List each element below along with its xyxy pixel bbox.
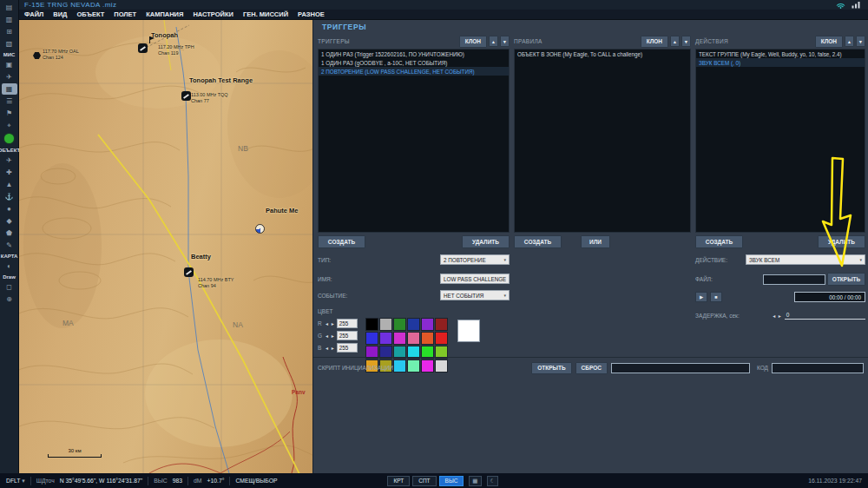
menu-item-4[interactable]: ПОЛЕТ xyxy=(114,10,136,18)
menu-item-1[interactable]: ФАЙЛ xyxy=(24,10,43,18)
rgb-value-field[interactable]: 255 xyxy=(337,343,358,353)
rgb-stepper[interactable]: ◂ ▸ xyxy=(326,320,335,326)
trigger-name-input[interactable] xyxy=(440,274,510,284)
open-script-button[interactable]: ОТКРЫТЬ xyxy=(531,362,571,374)
target-icon[interactable]: ⌖ xyxy=(2,120,17,131)
palette-swatch[interactable] xyxy=(407,318,420,331)
palette-swatch[interactable] xyxy=(393,332,406,345)
rgb-stepper[interactable]: ◂ ▸ xyxy=(326,333,335,339)
triggers-tool-icon[interactable]: ▦ xyxy=(2,83,17,95)
snap-mode-label[interactable]: СМЕЩ/ВЫБОР xyxy=(235,478,277,484)
trigger-event-select[interactable]: НЕТ СОБЫТИЯ ▾ xyxy=(440,290,510,300)
sound-file-input[interactable] xyxy=(763,274,825,285)
list-item[interactable]: 1 ОДИН РАЗ (Trigger 1522602161, ПО УНИЧТ… xyxy=(319,49,509,58)
list-item[interactable]: ОБЪЕКТ В ЗОНЕ (My Eagle, To CALL a chall… xyxy=(515,49,690,58)
new-trigger-button[interactable]: СОЗДАТЬ xyxy=(318,235,365,248)
menu-item-3[interactable]: ОБЪЕКТ xyxy=(76,10,104,18)
menu-item-2[interactable]: ВИД xyxy=(53,10,67,18)
rule-move-up-button[interactable]: ▴ xyxy=(670,36,680,47)
actions-list[interactable]: ТЕКСТ ГРУППЕ (My Eagle, Well, Buddy, yo,… xyxy=(695,49,865,233)
delay-stepper[interactable]: ◂ ▸ xyxy=(773,313,782,319)
rgb-value-field[interactable]: 255 xyxy=(337,331,358,340)
night-mode-icon[interactable]: ☾ xyxy=(487,476,499,486)
palette-swatch[interactable] xyxy=(421,332,434,345)
draw-tool-icon[interactable]: ✎ xyxy=(2,240,17,251)
palette-swatch[interactable] xyxy=(379,332,392,345)
map-canvas[interactable]: TonopahTonopah Test RangePahute MeBeatty… xyxy=(19,20,312,473)
reset-script-button[interactable]: СБРОС xyxy=(575,362,608,374)
rule-move-down-button[interactable]: ▾ xyxy=(681,36,691,47)
menu-item-8[interactable]: РАЗНОЕ xyxy=(298,10,325,18)
palette-swatch[interactable] xyxy=(421,318,434,331)
clone-rule-button[interactable]: КЛОН xyxy=(641,36,668,48)
delete-action-button[interactable]: УДАЛИТЬ xyxy=(818,235,865,248)
palette-swatch[interactable] xyxy=(365,318,378,331)
shape-tool-icon[interactable]: ◻ xyxy=(2,281,17,293)
layer-button-ВЫС[interactable]: ВЫС xyxy=(439,476,464,486)
trigger-move-down-button[interactable]: ▾ xyxy=(500,36,510,47)
action-move-up-button[interactable]: ▴ xyxy=(845,36,854,47)
delay-value-field[interactable]: 0 xyxy=(785,312,865,320)
rules-column: ПРАВИЛА КЛОН ▴ ▾ ОБЪЕКТ В ЗОНЕ (My Eagle… xyxy=(514,36,691,248)
menu-item-5[interactable]: КАМПАНИЯ xyxy=(146,10,183,18)
vehicle-group-icon[interactable]: ▲ xyxy=(2,179,17,190)
template-icon[interactable]: ⬟ xyxy=(2,228,17,239)
measure-tool-icon[interactable]: ⊕ xyxy=(2,293,17,305)
palette-swatch[interactable] xyxy=(435,318,448,331)
list-item[interactable]: 2 ПОВТОРЕНИЕ (LOW PASS CHALLENGE, НЕТ СО… xyxy=(319,67,509,76)
beatty-airport-icon[interactable] xyxy=(184,267,194,277)
pahute-navaid-icon[interactable] xyxy=(255,224,265,234)
new-rule-button[interactable]: СОЗДАТЬ xyxy=(514,235,562,248)
play-sound-button[interactable]: ▶ xyxy=(695,292,707,302)
display-settings-icon[interactable]: ▦ xyxy=(469,476,481,486)
stop-sound-button[interactable]: ■ xyxy=(710,292,722,302)
rules-list[interactable]: ОБЪЕКТ В ЗОНЕ (My Eagle, To CALL a chall… xyxy=(514,49,691,233)
goal-icon[interactable]: ⚑ xyxy=(2,108,17,119)
ttr-airport-icon[interactable] xyxy=(181,91,191,101)
aircraft-icon[interactable]: ✈ xyxy=(2,71,17,82)
zone-icon[interactable]: ◆ xyxy=(2,215,17,227)
list-item[interactable]: ЗВУК ВСЕМ (, 0) xyxy=(696,58,865,67)
palette-swatch[interactable] xyxy=(435,332,448,345)
new-action-button[interactable]: СОЗДАТЬ xyxy=(695,235,743,248)
layer-button-КРТ[interactable]: КРТ xyxy=(387,476,410,486)
list-icon[interactable]: ☰ xyxy=(2,96,17,107)
delete-trigger-button[interactable]: УДАЛИТЬ xyxy=(462,235,510,248)
file-icon[interactable]: ▤ xyxy=(2,2,17,13)
coord-mode-label[interactable]: ШДточ xyxy=(36,478,55,484)
list-item[interactable]: ТЕКСТ ГРУППЕ (My Eagle, Well, Buddy, yo,… xyxy=(696,49,865,58)
palette-swatch[interactable] xyxy=(407,332,420,345)
map-layers-icon[interactable]: ◐ xyxy=(2,260,17,272)
open-file-button[interactable]: ОТКРЫТЬ xyxy=(827,273,865,286)
profile-select[interactable]: DFLT ▾ xyxy=(6,478,25,485)
action-type-select[interactable]: ЗВУК ВСЕМ ▾ xyxy=(746,254,865,265)
static-object-icon[interactable]: ● xyxy=(2,203,17,214)
fly-mission-button[interactable] xyxy=(4,134,14,143)
tonopah-airport-icon[interactable] xyxy=(138,43,148,53)
airplane-group-icon[interactable]: ✈ xyxy=(2,155,17,166)
palette-swatch[interactable] xyxy=(379,318,392,331)
layers-icon[interactable]: ▥ xyxy=(2,14,17,25)
script-file-field[interactable] xyxy=(611,363,750,373)
palette-swatch[interactable] xyxy=(393,318,406,331)
clone-trigger-button[interactable]: КЛОН xyxy=(459,36,487,48)
helicopter-group-icon[interactable]: ✚ xyxy=(2,167,17,178)
menu-item-7[interactable]: ГЕН. МИССИЙ xyxy=(243,10,288,18)
action-move-down-button[interactable]: ▾ xyxy=(856,36,865,47)
palette-swatch[interactable] xyxy=(365,332,378,345)
rgb-value-field[interactable]: 255 xyxy=(337,319,358,328)
grid-icon[interactable]: ⊞ xyxy=(2,26,17,37)
mission-options-icon[interactable]: ▣ xyxy=(2,59,17,70)
list-item[interactable]: 1 ОДИН РАЗ (gOODBYE , a-10C, НЕТ СОБЫТИЯ… xyxy=(319,58,509,67)
trigger-type-select[interactable]: 2 ПОВТОРЕНИЕ ▾ xyxy=(440,254,510,265)
briefing-icon[interactable]: ▧ xyxy=(2,38,17,49)
clone-action-button[interactable]: КЛОН xyxy=(815,36,843,48)
or-rule-button[interactable]: ИЛИ xyxy=(581,235,610,248)
triggers-list[interactable]: 1 ОДИН РАЗ (Trigger 1522602161, ПО УНИЧТ… xyxy=(318,49,510,233)
ship-group-icon[interactable]: ⚓ xyxy=(2,191,17,202)
code-field[interactable] xyxy=(772,363,864,373)
rgb-stepper[interactable]: ◂ ▸ xyxy=(326,345,335,351)
layer-button-СПТ[interactable]: СПТ xyxy=(412,476,436,486)
menu-item-6[interactable]: НАСТРОЙКИ xyxy=(193,10,233,18)
trigger-move-up-button[interactable]: ▴ xyxy=(489,36,498,47)
